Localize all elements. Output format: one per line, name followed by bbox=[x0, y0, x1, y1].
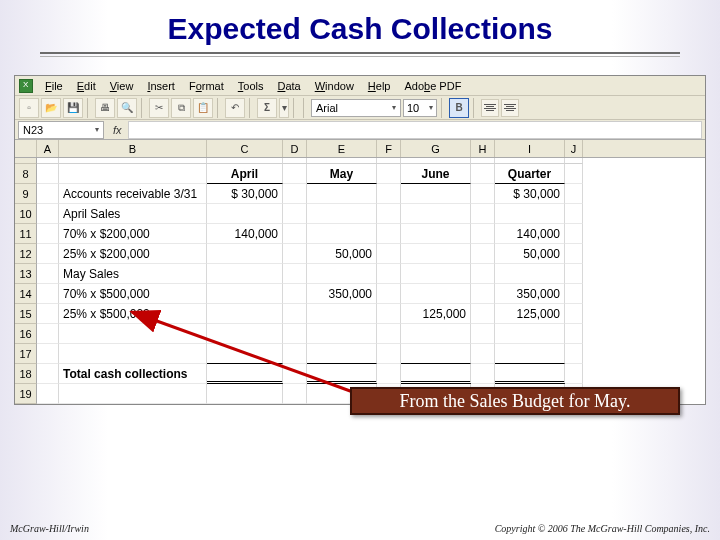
cell-E13[interactable] bbox=[307, 264, 377, 284]
cell-D12[interactable] bbox=[283, 244, 307, 264]
cell-J8[interactable] bbox=[565, 164, 583, 184]
menu-edit[interactable]: Edit bbox=[71, 78, 102, 94]
cell-D15[interactable] bbox=[283, 304, 307, 324]
cell-D16[interactable] bbox=[283, 324, 307, 344]
cell-F11[interactable] bbox=[377, 224, 401, 244]
cell-I15[interactable]: 125,000 bbox=[495, 304, 565, 324]
cell-C16[interactable] bbox=[207, 324, 283, 344]
col-B[interactable]: B bbox=[59, 140, 207, 157]
font-selector[interactable]: Arial▾ bbox=[311, 99, 401, 117]
cell-B19[interactable] bbox=[59, 384, 207, 404]
cell-A9[interactable] bbox=[37, 184, 59, 204]
cell-B10[interactable]: April Sales bbox=[59, 204, 207, 224]
cell-F8[interactable] bbox=[377, 164, 401, 184]
cell-J14[interactable] bbox=[565, 284, 583, 304]
cell-H9[interactable] bbox=[471, 184, 495, 204]
cell-I8[interactable]: Quarter bbox=[495, 164, 565, 184]
menu-window[interactable]: Window bbox=[309, 78, 360, 94]
cell-E15[interactable] bbox=[307, 304, 377, 324]
cell-I18[interactable] bbox=[495, 364, 565, 384]
cell-I9[interactable]: $ 30,000 bbox=[495, 184, 565, 204]
col-C[interactable]: C bbox=[207, 140, 283, 157]
cell-D13[interactable] bbox=[283, 264, 307, 284]
cell-E9[interactable] bbox=[307, 184, 377, 204]
col-G[interactable]: G bbox=[401, 140, 471, 157]
cell-B9[interactable]: Accounts receivable 3/31 bbox=[59, 184, 207, 204]
bold-button[interactable]: B bbox=[449, 98, 469, 118]
cell-A15[interactable] bbox=[37, 304, 59, 324]
col-A[interactable]: A bbox=[37, 140, 59, 157]
open-icon[interactable]: 📂 bbox=[41, 98, 61, 118]
cell-I14[interactable]: 350,000 bbox=[495, 284, 565, 304]
cell-B15[interactable]: 25% x $500,000 bbox=[59, 304, 207, 324]
cell-D11[interactable] bbox=[283, 224, 307, 244]
cell-G11[interactable] bbox=[401, 224, 471, 244]
cell-I12[interactable]: 50,000 bbox=[495, 244, 565, 264]
row-header[interactable]: 10 bbox=[15, 204, 37, 224]
menu-help[interactable]: Help bbox=[362, 78, 397, 94]
select-all-corner[interactable] bbox=[15, 140, 37, 157]
cell-G16[interactable] bbox=[401, 324, 471, 344]
row-header[interactable]: 19 bbox=[15, 384, 37, 404]
cell-J16[interactable] bbox=[565, 324, 583, 344]
row-header[interactable]: 9 bbox=[15, 184, 37, 204]
cell-H13[interactable] bbox=[471, 264, 495, 284]
cell-E10[interactable] bbox=[307, 204, 377, 224]
cell-C17[interactable] bbox=[207, 344, 283, 364]
cell-B8[interactable] bbox=[59, 164, 207, 184]
cell-D10[interactable] bbox=[283, 204, 307, 224]
cell-B16[interactable] bbox=[59, 324, 207, 344]
cell-D17[interactable] bbox=[283, 344, 307, 364]
cell-G18[interactable] bbox=[401, 364, 471, 384]
cell-J15[interactable] bbox=[565, 304, 583, 324]
row-header[interactable]: 18 bbox=[15, 364, 37, 384]
name-box[interactable]: N23▾ bbox=[18, 121, 104, 139]
cell-A19[interactable] bbox=[37, 384, 59, 404]
cell-C12[interactable] bbox=[207, 244, 283, 264]
undo-icon[interactable]: ↶ bbox=[225, 98, 245, 118]
cell-I17[interactable] bbox=[495, 344, 565, 364]
cell-C19[interactable] bbox=[207, 384, 283, 404]
menu-data[interactable]: Data bbox=[271, 78, 306, 94]
cell-C14[interactable] bbox=[207, 284, 283, 304]
cell-C13[interactable] bbox=[207, 264, 283, 284]
cell-G15[interactable]: 125,000 bbox=[401, 304, 471, 324]
cell-E14[interactable]: 350,000 bbox=[307, 284, 377, 304]
paste-icon[interactable]: 📋 bbox=[193, 98, 213, 118]
cell-C10[interactable] bbox=[207, 204, 283, 224]
menu-file[interactable]: File bbox=[39, 78, 69, 94]
menu-format[interactable]: Format bbox=[183, 78, 230, 94]
cell-A12[interactable] bbox=[37, 244, 59, 264]
cell-C8[interactable]: April bbox=[207, 164, 283, 184]
cell-B18[interactable]: Total cash collections bbox=[59, 364, 207, 384]
col-I[interactable]: I bbox=[495, 140, 565, 157]
menu-adobe[interactable]: Adobe PDF bbox=[398, 78, 467, 94]
cell-C18[interactable] bbox=[207, 364, 283, 384]
cell-D18[interactable] bbox=[283, 364, 307, 384]
cell-G12[interactable] bbox=[401, 244, 471, 264]
menu-view[interactable]: View bbox=[104, 78, 140, 94]
cell-E12[interactable]: 50,000 bbox=[307, 244, 377, 264]
align-center-icon[interactable] bbox=[501, 99, 519, 117]
cell-A17[interactable] bbox=[37, 344, 59, 364]
cell-I11[interactable]: 140,000 bbox=[495, 224, 565, 244]
row-header[interactable]: 8 bbox=[15, 164, 37, 184]
cell-F15[interactable] bbox=[377, 304, 401, 324]
cell-B11[interactable]: 70% x $200,000 bbox=[59, 224, 207, 244]
cell-B13[interactable]: May Sales bbox=[59, 264, 207, 284]
cell-G13[interactable] bbox=[401, 264, 471, 284]
row-header[interactable]: 13 bbox=[15, 264, 37, 284]
cell-F9[interactable] bbox=[377, 184, 401, 204]
col-F[interactable]: F bbox=[377, 140, 401, 157]
cell-I10[interactable] bbox=[495, 204, 565, 224]
cell-B17[interactable] bbox=[59, 344, 207, 364]
cell-C15[interactable] bbox=[207, 304, 283, 324]
col-D[interactable]: D bbox=[283, 140, 307, 157]
cell-J17[interactable] bbox=[565, 344, 583, 364]
formula-input[interactable] bbox=[128, 121, 702, 139]
save-icon[interactable]: 💾 bbox=[63, 98, 83, 118]
cell-H17[interactable] bbox=[471, 344, 495, 364]
cell-F18[interactable] bbox=[377, 364, 401, 384]
cell-H10[interactable] bbox=[471, 204, 495, 224]
preview-icon[interactable]: 🔍 bbox=[117, 98, 137, 118]
